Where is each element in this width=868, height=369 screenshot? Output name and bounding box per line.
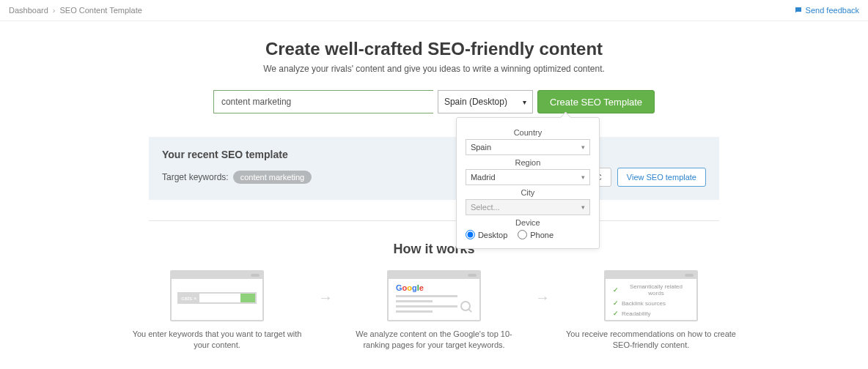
illustration-analyze-google: Google xyxy=(387,270,481,321)
rec-item: Semantically related words xyxy=(622,283,691,297)
page-subtitle: We analyze your rivals' content and give… xyxy=(0,64,868,74)
how-step-1: cats × You enter keywords that you want … xyxy=(129,270,305,351)
triangle-down-icon: ▾ xyxy=(581,204,585,211)
create-seo-template-button[interactable]: Create SEO Template xyxy=(537,90,655,113)
region-label: Region xyxy=(466,158,590,167)
country-label: Country xyxy=(466,128,590,137)
how-step-3: ✓Semantically related words ✓Backlink so… xyxy=(563,270,739,351)
check-icon: ✓ xyxy=(613,320,619,321)
create-template-form: Spain (Desktop) ▾ Country Spain ▾ Region… xyxy=(0,90,868,113)
locale-popover: Country Spain ▾ Region Madrid ▾ City Sel… xyxy=(456,117,600,249)
triangle-down-icon: ▾ xyxy=(581,174,585,181)
rec-item: More... xyxy=(622,321,640,322)
chevron-down-icon: ▾ xyxy=(523,98,526,106)
recent-template-panel: Your recent SEO template Target keywords… xyxy=(149,137,719,200)
device-phone-label: Phone xyxy=(530,231,553,239)
triangle-down-icon: ▾ xyxy=(581,144,585,151)
send-feedback-link[interactable]: Send feedback xyxy=(794,6,859,15)
device-desktop-label: Desktop xyxy=(478,231,507,239)
city-label: City xyxy=(466,188,590,197)
view-seo-template-button[interactable]: View SEO template xyxy=(617,168,706,187)
keyword-chip-icon: cats × xyxy=(179,294,199,302)
illustration-recommendations: ✓Semantically related words ✓Backlink so… xyxy=(604,270,698,321)
breadcrumb-seo-content-template[interactable]: SEO Content Template xyxy=(60,6,142,15)
go-button-icon xyxy=(240,294,255,302)
how-it-works-title: How it works xyxy=(0,242,868,257)
rec-item: Backlink sources xyxy=(622,300,666,307)
how-step-3-text: You receive recommendations on how to cr… xyxy=(563,329,739,351)
how-step-1-text: You enter keywords that you want to targ… xyxy=(129,329,305,351)
rec-item: Readability xyxy=(622,310,651,317)
locale-select-trigger[interactable]: Spain (Desktop) ▾ Country Spain ▾ Region… xyxy=(438,90,533,113)
recent-heading: Your recent SEO template xyxy=(162,149,706,160)
country-select[interactable]: Spain ▾ xyxy=(466,139,590,155)
magnifier-icon xyxy=(460,301,474,314)
country-value: Spain xyxy=(471,143,491,152)
target-keywords-label: Target keywords: xyxy=(162,172,229,182)
device-label: Device xyxy=(466,218,590,227)
device-phone-radio[interactable] xyxy=(518,230,527,239)
how-step-2-text: We analyze content on the Google's top 1… xyxy=(346,329,522,351)
chevron-right-icon: › xyxy=(53,6,56,15)
device-phone-option[interactable]: Phone xyxy=(518,230,553,239)
city-select[interactable]: Select... ▾ xyxy=(466,199,590,215)
section-divider xyxy=(149,220,719,221)
keyword-input[interactable] xyxy=(213,90,433,113)
city-placeholder: Select... xyxy=(471,203,500,212)
device-desktop-radio[interactable] xyxy=(466,230,475,239)
region-value: Madrid xyxy=(471,173,496,182)
breadcrumb: Dashboard › SEO Content Template xyxy=(9,6,142,15)
breadcrumb-dashboard[interactable]: Dashboard xyxy=(9,6,48,15)
region-select[interactable]: Madrid ▾ xyxy=(466,169,590,185)
page-title: Create well-crafted SEO-friendly content xyxy=(0,39,868,59)
check-icon: ✓ xyxy=(613,310,619,317)
chat-icon xyxy=(794,6,803,15)
check-icon: ✓ xyxy=(613,286,619,294)
locale-select-label: Spain (Desktop) xyxy=(444,97,507,107)
send-feedback-label: Send feedback xyxy=(806,6,859,15)
how-step-2: Google We analyze content on the Google'… xyxy=(346,270,522,351)
device-desktop-option[interactable]: Desktop xyxy=(466,230,507,239)
check-icon: ✓ xyxy=(613,299,619,307)
keyword-tag: content marketing xyxy=(233,171,312,184)
arrow-right-icon: → xyxy=(318,289,333,306)
arrow-right-icon: → xyxy=(535,289,550,306)
illustration-enter-keywords: cats × xyxy=(170,270,264,321)
google-logo-icon: Google xyxy=(396,283,424,292)
